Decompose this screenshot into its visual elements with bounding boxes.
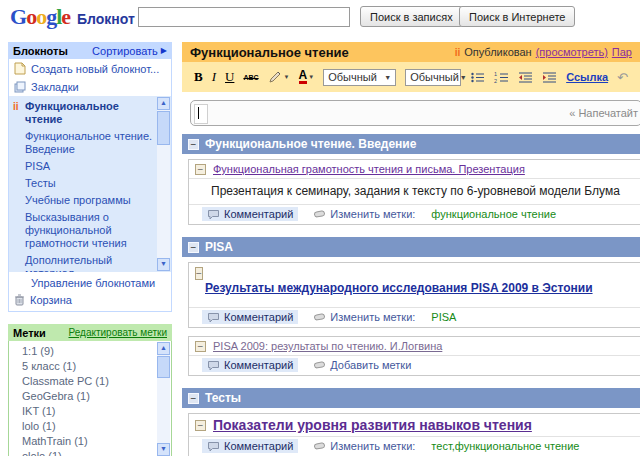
chevron-down-icon: ▼ (308, 74, 314, 80)
sidebar: Блокноты Сортировать ▶ Создать новый бло… (8, 42, 172, 456)
label-item[interactable]: MathTrain (1) (9, 434, 171, 449)
bold-button[interactable]: B (194, 69, 203, 85)
font-size-select[interactable]: Обычный ▼ (405, 69, 461, 86)
sidebar-section-item[interactable]: Высказывания о функциональной грамотност… (9, 209, 171, 252)
format-toolbar: B I U ABC ▼ A ▼ Обычный ▼ Обычный ▼ (182, 62, 640, 92)
collapse-section-icon[interactable]: − (188, 393, 199, 404)
chevron-down-icon: ▼ (460, 74, 467, 81)
bullet-list-button[interactable] (470, 71, 485, 84)
note-labels[interactable]: PISA (431, 311, 456, 323)
search-notes-button[interactable]: Поиск в записях (360, 6, 463, 27)
labels-scrollbar[interactable]: ▲ ▼ (157, 342, 170, 456)
label-item[interactable]: ololo (1) (9, 449, 171, 456)
note-title-link[interactable]: Показатели уровня развития навыков чтени… (213, 417, 532, 433)
italic-button[interactable]: I (212, 69, 216, 85)
google-logo: Google (10, 4, 70, 30)
note-title-link[interactable]: Функциональная грамотность чтения и пись… (213, 163, 525, 175)
font-family-select[interactable]: Обычный ▼ (323, 69, 396, 86)
label-item[interactable]: lolo (1) (9, 419, 171, 434)
collapse-note-icon[interactable]: − (195, 341, 206, 352)
note-footer: КомментарийИзменить метки:PISA (189, 307, 640, 327)
new-notebook-icon (14, 62, 26, 75)
section-header[interactable]: −PISA (182, 237, 640, 257)
comment-button[interactable]: Комментарий (202, 207, 298, 221)
highlight-color-button[interactable]: ▼ (268, 71, 290, 84)
note-labels[interactable]: тест,функциональное чтение (431, 440, 579, 452)
trash-link[interactable]: Корзина (9, 291, 171, 311)
manage-notebooks-link[interactable]: Управление блокнотами (9, 272, 171, 291)
create-notebook-link[interactable]: Создать новый блокнот... (9, 59, 171, 78)
notes-area: −Функциональное чтение. Введение−Функцио… (182, 134, 640, 456)
tag-icon (314, 361, 326, 370)
edit-labels-panel-link[interactable]: Редактировать метки (68, 327, 167, 338)
section-header[interactable]: −Функциональное чтение. Введение (182, 134, 640, 154)
notebook-list-scrollbar[interactable]: ▲ ▼ (157, 97, 170, 271)
scrollbar-thumb[interactable] (157, 356, 170, 378)
app-logo: Google Блокнот (10, 4, 135, 30)
tag-icon (314, 210, 326, 219)
label-item[interactable]: GeoGebra (1) (9, 389, 171, 404)
active-notebook-item[interactable]: ii Функциональное чтение (9, 98, 171, 128)
outdent-button[interactable] (518, 71, 533, 84)
edit-labels-link[interactable]: Добавить метки (314, 359, 411, 371)
publish-status: ii Опубликован (просмотреть) Пар (455, 46, 632, 58)
note-card: −Результаты международного исследования … (188, 262, 640, 328)
collapse-note-icon[interactable]: − (195, 420, 206, 431)
note-footer: КомментарийИзменить метки:тест,функциона… (189, 436, 640, 456)
sort-menu-link[interactable]: Сортировать ▶ (92, 45, 167, 57)
label-item[interactable]: 5 класс (1) (9, 359, 171, 374)
sidebar-section-item[interactable]: Учебные программы (9, 192, 171, 209)
view-published-link[interactable]: (просмотреть) (536, 46, 608, 58)
google-notebook-app: Google Блокнот Поиск в записях Поиск в И… (0, 0, 640, 456)
scroll-down-icon[interactable]: ▼ (157, 443, 170, 456)
search-web-button[interactable]: Поиск в Интернете (459, 6, 575, 27)
sidebar-section-item[interactable]: PISA (9, 158, 171, 175)
edit-labels-link[interactable]: Изменить метки: (314, 311, 415, 323)
undo-icon[interactable]: ↶ (617, 70, 628, 85)
section-header[interactable]: −Тесты (182, 388, 640, 408)
notebooks-title: Блокноты (13, 45, 68, 57)
comment-button[interactable]: Комментарий (202, 358, 298, 372)
scroll-up-icon[interactable]: ▲ (157, 342, 170, 355)
label-item[interactable]: 1:1 (9) (9, 344, 171, 359)
bookmarks-link[interactable]: Закладки (9, 78, 171, 96)
new-note-input[interactable]: « Напечатайт (190, 100, 640, 126)
labels-action-label: Изменить метки: (330, 440, 415, 452)
edit-labels-link[interactable]: Изменить метки: (314, 208, 415, 220)
font-color-button[interactable]: A ▼ (299, 70, 315, 84)
sidebar-section-item[interactable]: Дополнительный материал (9, 252, 171, 272)
insert-link-button[interactable]: Ссылка (566, 71, 608, 83)
collapse-note-icon[interactable]: − (195, 267, 203, 280)
svg-text:2: 2 (494, 78, 497, 84)
underline-button[interactable]: U (225, 69, 234, 85)
comment-icon (207, 441, 220, 452)
label-items: 1:1 (9)5 класс (1)Classmate PC (1)GeoGeb… (9, 344, 171, 456)
label-item[interactable]: IKT (1) (9, 404, 171, 419)
scrollbar-thumb[interactable] (157, 111, 170, 145)
comment-button[interactable]: Комментарий (202, 310, 298, 324)
note-input-hint: « Напечатайт (569, 107, 638, 119)
collapse-section-icon[interactable]: − (188, 242, 199, 253)
trash-icon (14, 294, 25, 306)
strikethrough-button[interactable]: ABC (243, 74, 258, 81)
note-title-link[interactable]: Результаты международного исследования P… (205, 281, 593, 295)
params-link[interactable]: Пар (612, 46, 632, 58)
note-labels[interactable]: функциональное чтение (431, 208, 556, 220)
note-title-link[interactable]: PISA 2009: результаты по чтению. И.Логви… (213, 340, 442, 352)
tag-icon (314, 313, 326, 322)
sidebar-section-item[interactable]: Функциональное чтение. Введение (9, 128, 171, 158)
edit-labels-link[interactable]: Изменить метки: (314, 440, 415, 452)
comment-icon (207, 360, 220, 371)
note-footer: КомментарийДобавить метки (189, 355, 640, 375)
header-search-input[interactable] (138, 7, 350, 27)
numbered-list-button[interactable]: 12 (494, 71, 509, 84)
collapse-note-icon[interactable]: − (195, 164, 206, 175)
section-title: Тесты (205, 391, 241, 405)
comment-button[interactable]: Комментарий (202, 439, 298, 453)
scroll-down-icon[interactable]: ▼ (157, 258, 170, 271)
indent-button[interactable] (542, 71, 557, 84)
sidebar-section-item[interactable]: Тесты (9, 175, 171, 192)
scroll-up-icon[interactable]: ▲ (157, 97, 170, 110)
label-item[interactable]: Classmate PC (1) (9, 374, 171, 389)
collapse-section-icon[interactable]: − (188, 139, 199, 150)
